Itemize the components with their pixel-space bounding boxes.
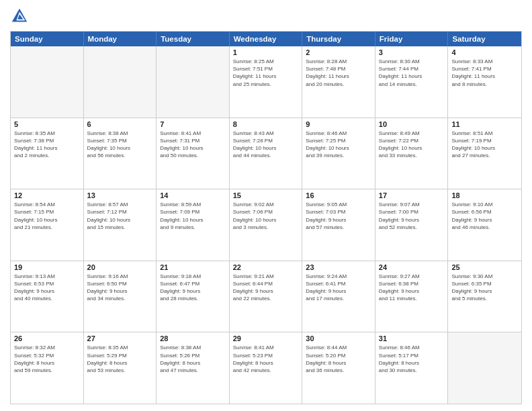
calendar-cell: 7Sunrise: 8:41 AM Sunset: 7:31 PM Daylig… [157,118,230,189]
header-day-wednesday: Wednesday [230,32,303,46]
cell-info-text: Sunrise: 8:51 AM Sunset: 7:19 PM Dayligh… [451,130,518,160]
cell-day-number: 7 [160,120,226,128]
cell-day-number: 18 [451,191,518,199]
cell-day-number: 13 [87,191,153,199]
calendar: SundayMondayTuesdayWednesdayThursdayFrid… [10,31,522,404]
cell-info-text: Sunrise: 9:02 AM Sunset: 7:06 PM Dayligh… [233,201,299,231]
cell-day-number: 20 [87,263,153,271]
calendar-cell: 6Sunrise: 8:38 AM Sunset: 7:35 PM Daylig… [84,118,157,189]
calendar-cell: 26Sunrise: 8:32 AM Sunset: 5:32 PM Dayli… [11,332,84,404]
cell-day-number: 28 [160,334,226,342]
header-day-monday: Monday [84,32,157,46]
cell-day-number: 10 [379,120,445,128]
cell-info-text: Sunrise: 8:59 AM Sunset: 7:09 PM Dayligh… [160,201,226,231]
calendar-cell: 8Sunrise: 8:43 AM Sunset: 7:28 PM Daylig… [230,118,303,189]
cell-info-text: Sunrise: 8:54 AM Sunset: 7:15 PM Dayligh… [14,201,80,231]
calendar-cell: 15Sunrise: 9:02 AM Sunset: 7:06 PM Dayli… [230,189,303,261]
cell-day-number: 26 [14,334,80,342]
calendar-cell [11,46,84,118]
cell-day-number: 9 [306,120,371,128]
calendar-cell: 23Sunrise: 9:24 AM Sunset: 6:41 PM Dayli… [302,261,375,332]
logo-icon [10,7,29,26]
cell-day-number: 22 [233,263,299,271]
calendar-cell [157,46,230,118]
cell-info-text: Sunrise: 8:38 AM Sunset: 5:26 PM Dayligh… [160,344,226,374]
calendar-cell: 24Sunrise: 9:27 AM Sunset: 6:38 PM Dayli… [375,261,449,332]
cell-day-number: 17 [379,191,445,199]
cell-info-text: Sunrise: 8:35 AM Sunset: 7:38 PM Dayligh… [14,130,80,160]
cell-info-text: Sunrise: 9:16 AM Sunset: 6:50 PM Dayligh… [87,273,153,303]
calendar-cell: 29Sunrise: 8:41 AM Sunset: 5:23 PM Dayli… [230,332,303,404]
calendar-cell: 13Sunrise: 8:57 AM Sunset: 7:12 PM Dayli… [84,189,157,261]
calendar-cell: 16Sunrise: 9:05 AM Sunset: 7:03 PM Dayli… [302,189,375,261]
calendar-row-2: 12Sunrise: 8:54 AM Sunset: 7:15 PM Dayli… [11,189,521,261]
cell-day-number: 23 [306,263,371,271]
header-day-sunday: Sunday [11,32,84,46]
cell-day-number: 3 [379,48,445,56]
cell-day-number: 1 [233,48,299,56]
calendar-cell: 28Sunrise: 8:38 AM Sunset: 5:26 PM Dayli… [157,332,230,404]
cell-day-number: 15 [233,191,299,199]
cell-info-text: Sunrise: 8:35 AM Sunset: 5:29 PM Dayligh… [87,344,153,374]
calendar-cell: 25Sunrise: 9:30 AM Sunset: 6:35 PM Dayli… [448,261,521,332]
cell-info-text: Sunrise: 9:24 AM Sunset: 6:41 PM Dayligh… [306,273,371,303]
logo [10,7,32,26]
calendar-row-4: 26Sunrise: 8:32 AM Sunset: 5:32 PM Dayli… [11,332,521,404]
cell-day-number: 16 [306,191,371,199]
cell-info-text: Sunrise: 8:41 AM Sunset: 7:31 PM Dayligh… [160,130,226,160]
calendar-row-1: 5Sunrise: 8:35 AM Sunset: 7:38 PM Daylig… [11,118,521,190]
header-day-tuesday: Tuesday [157,32,230,46]
calendar-cell: 17Sunrise: 9:07 AM Sunset: 7:00 PM Dayli… [375,189,449,261]
cell-info-text: Sunrise: 8:44 AM Sunset: 5:20 PM Dayligh… [306,344,371,374]
cell-day-number: 24 [379,263,445,271]
calendar-cell: 21Sunrise: 9:18 AM Sunset: 6:47 PM Dayli… [157,261,230,332]
calendar-cell: 10Sunrise: 8:49 AM Sunset: 7:22 PM Dayli… [375,118,449,189]
calendar-cell: 1Sunrise: 8:25 AM Sunset: 7:51 PM Daylig… [230,46,303,118]
cell-day-number: 2 [306,48,371,56]
cell-day-number: 11 [451,120,518,128]
cell-info-text: Sunrise: 8:30 AM Sunset: 7:44 PM Dayligh… [379,58,445,88]
cell-info-text: Sunrise: 8:38 AM Sunset: 7:35 PM Dayligh… [87,130,153,160]
calendar-cell: 4Sunrise: 8:33 AM Sunset: 7:41 PM Daylig… [448,46,521,118]
calendar-cell: 9Sunrise: 8:46 AM Sunset: 7:25 PM Daylig… [302,118,375,189]
cell-info-text: Sunrise: 8:46 AM Sunset: 5:17 PM Dayligh… [379,344,445,374]
cell-info-text: Sunrise: 8:46 AM Sunset: 7:25 PM Dayligh… [306,130,371,160]
calendar-body: 1Sunrise: 8:25 AM Sunset: 7:51 PM Daylig… [11,46,521,404]
calendar-header: SundayMondayTuesdayWednesdayThursdayFrid… [11,32,521,46]
calendar-cell: 20Sunrise: 9:16 AM Sunset: 6:50 PM Dayli… [84,261,157,332]
cell-day-number: 14 [160,191,226,199]
cell-day-number: 12 [14,191,80,199]
cell-day-number: 6 [87,120,153,128]
cell-info-text: Sunrise: 8:33 AM Sunset: 7:41 PM Dayligh… [451,58,518,88]
cell-day-number: 19 [14,263,80,271]
calendar-cell: 30Sunrise: 8:44 AM Sunset: 5:20 PM Dayli… [302,332,375,404]
calendar-cell: 12Sunrise: 8:54 AM Sunset: 7:15 PM Dayli… [11,189,84,261]
calendar-cell: 2Sunrise: 8:28 AM Sunset: 7:48 PM Daylig… [302,46,375,118]
cell-info-text: Sunrise: 9:27 AM Sunset: 6:38 PM Dayligh… [379,273,445,303]
cell-info-text: Sunrise: 8:41 AM Sunset: 5:23 PM Dayligh… [233,344,299,374]
cell-info-text: Sunrise: 9:10 AM Sunset: 6:56 PM Dayligh… [451,201,518,231]
cell-info-text: Sunrise: 8:57 AM Sunset: 7:12 PM Dayligh… [87,201,153,231]
cell-day-number: 30 [306,334,371,342]
calendar-cell: 5Sunrise: 8:35 AM Sunset: 7:38 PM Daylig… [11,118,84,189]
cell-info-text: Sunrise: 8:28 AM Sunset: 7:48 PM Dayligh… [306,58,371,88]
cell-info-text: Sunrise: 8:43 AM Sunset: 7:28 PM Dayligh… [233,130,299,160]
cell-info-text: Sunrise: 8:32 AM Sunset: 5:32 PM Dayligh… [14,344,80,374]
calendar-cell: 31Sunrise: 8:46 AM Sunset: 5:17 PM Dayli… [375,332,449,404]
cell-info-text: Sunrise: 8:25 AM Sunset: 7:51 PM Dayligh… [233,58,299,88]
calendar-cell [448,332,521,404]
calendar-cell: 18Sunrise: 9:10 AM Sunset: 6:56 PM Dayli… [448,189,521,261]
header-day-saturday: Saturday [448,32,521,46]
calendar-cell: 27Sunrise: 8:35 AM Sunset: 5:29 PM Dayli… [84,332,157,404]
cell-day-number: 29 [233,334,299,342]
cell-day-number: 4 [451,48,518,56]
header-day-friday: Friday [375,32,449,46]
cell-day-number: 25 [451,263,518,271]
calendar-cell [84,46,157,118]
cell-day-number: 27 [87,334,153,342]
cell-day-number: 31 [379,334,445,342]
cell-day-number: 8 [233,120,299,128]
cell-info-text: Sunrise: 9:05 AM Sunset: 7:03 PM Dayligh… [306,201,371,231]
cell-info-text: Sunrise: 9:07 AM Sunset: 7:00 PM Dayligh… [379,201,445,231]
cell-info-text: Sunrise: 8:49 AM Sunset: 7:22 PM Dayligh… [379,130,445,160]
